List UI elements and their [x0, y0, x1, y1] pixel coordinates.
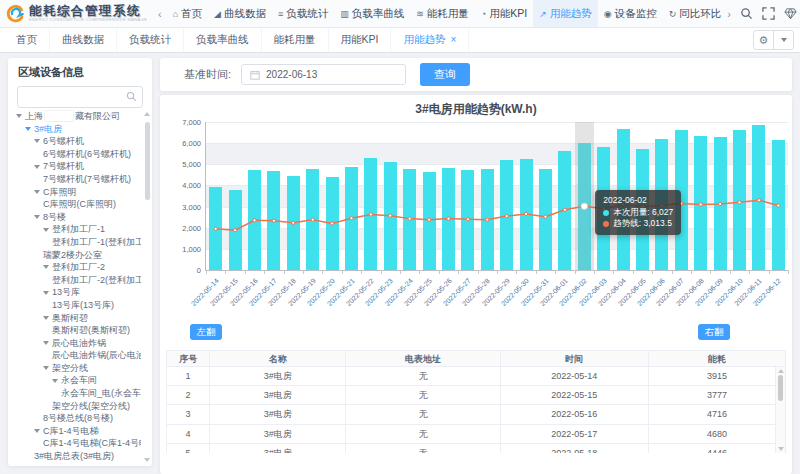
nav-item-trend[interactable]: ↗用能趋势	[533, 0, 598, 27]
line-point	[719, 202, 722, 205]
tree-node[interactable]: 永会车间	[12, 374, 141, 387]
nav-item-label: 能耗用量	[427, 7, 469, 21]
chevron-down-icon[interactable]	[773, 31, 793, 49]
query-button[interactable]: 查询	[420, 63, 470, 86]
base-date-input[interactable]: 2022-06-13	[241, 64, 406, 85]
tree-node[interactable]: 登利加工厂-1	[12, 223, 141, 236]
nav-item-kpi[interactable]: ◔用能KPI	[475, 0, 533, 27]
settings-gear-icon[interactable]: ⚙	[754, 31, 773, 49]
tree-node[interactable]: 奥斯柯碧(奥斯柯碧)	[12, 324, 141, 337]
tree-node[interactable]: 8号楼	[12, 211, 141, 224]
tree-node[interactable]: 7号螺杆机(7号螺杆机)	[12, 173, 141, 186]
scroll-up-icon[interactable]	[778, 369, 784, 373]
scroll-down-icon[interactable]	[144, 458, 150, 462]
tree-node[interactable]: 13号库	[12, 286, 141, 299]
tree-expand-icon[interactable]	[43, 341, 49, 345]
tree-expand-icon[interactable]	[43, 265, 49, 269]
tree-node[interactable]: 13号库(13号库)	[12, 299, 141, 312]
tree-expand-icon[interactable]	[34, 190, 40, 194]
tab-5[interactable]: 能耗用量	[262, 27, 329, 52]
axis-tick	[691, 270, 692, 274]
tree-expand-icon[interactable]	[43, 228, 49, 232]
theme-gem-icon[interactable]	[784, 7, 797, 20]
nav-item-compare[interactable]: ↻同比环比	[663, 0, 728, 27]
tab-6[interactable]: 用能KPI	[329, 27, 392, 52]
tree-node[interactable]: 3#电房总表(3#电房)	[12, 450, 141, 463]
scroll-thumb[interactable]	[145, 122, 150, 200]
tree-expand-icon[interactable]	[34, 215, 40, 219]
search-icon[interactable]	[740, 7, 753, 20]
tab-label: 用能趋势	[403, 33, 445, 47]
nav-collapse-icon[interactable]: ‹	[153, 8, 167, 20]
page-right-button[interactable]: 右翻	[698, 324, 730, 340]
tab-2[interactable]: 曲线数据	[50, 27, 117, 52]
nav-item-curve[interactable]: ◢曲线数据	[208, 0, 272, 27]
tab-1[interactable]: 首页	[4, 27, 50, 52]
page-left-button[interactable]: 左翻	[190, 324, 222, 340]
axis-tick	[322, 270, 323, 274]
nav-item-label: 用能KPI	[489, 7, 527, 21]
tree-node-label: 7号螺杆机	[43, 160, 84, 173]
tree-expand-icon[interactable]	[34, 429, 40, 433]
y-axis-label: 0	[161, 266, 201, 275]
tree-node[interactable]: 辰心电油炸锅(辰心电油炸锅)	[12, 349, 141, 362]
tree-expand-icon[interactable]	[34, 139, 40, 143]
x-axis-label: 2022-05-22	[333, 277, 375, 319]
tree-expand-icon[interactable]	[25, 127, 31, 131]
bar-icon: ▥	[340, 9, 349, 19]
axis-tick	[730, 270, 731, 274]
column-header: 名称	[210, 351, 346, 366]
table-row: 13#电房无2022-05-143915	[167, 367, 785, 386]
tab-close-icon[interactable]: ×	[450, 34, 456, 45]
tree-expand-icon[interactable]	[34, 165, 40, 169]
table-scrollbar[interactable]	[775, 367, 785, 453]
nav-item-label: 曲线数据	[224, 7, 266, 21]
tree-node[interactable]: 奥斯柯碧	[12, 312, 141, 325]
axis-tick	[400, 270, 401, 274]
tab-7[interactable]: 用能趋势×	[391, 27, 469, 52]
table-cell: 3#电房	[210, 425, 346, 443]
axis-tick	[264, 270, 265, 274]
tree-node[interactable]: 6号螺杆机	[12, 135, 141, 148]
tree-node[interactable]: 登利加工厂-2(登利加工厂-2)	[12, 274, 141, 287]
tree-expand-icon[interactable]	[43, 291, 49, 295]
line-point	[253, 219, 256, 222]
tab-3[interactable]: 负载统计	[117, 27, 184, 52]
tab-4[interactable]: 负载率曲线	[184, 27, 262, 52]
device-search-input[interactable]	[17, 86, 143, 108]
nav-item-monitor[interactable]: ◉设备监控	[598, 0, 663, 27]
tree-node[interactable]: 瑞蒙2楼办公室	[12, 249, 141, 262]
tree-node[interactable]: C库照明(C库照明)	[12, 198, 141, 211]
scroll-up-icon[interactable]	[144, 112, 150, 116]
tree-node[interactable]: C库1-4号电梯	[12, 425, 141, 438]
nav-more-icon[interactable]: ›	[727, 8, 731, 20]
tree-expand-icon[interactable]	[52, 379, 58, 383]
x-axis-label: 2022-06-05	[605, 277, 647, 319]
scroll-down-icon[interactable]	[778, 447, 784, 451]
tree-expand-icon[interactable]	[16, 114, 22, 118]
tree-node[interactable]: C库1-4号电梯(C库1-4号电梯)	[12, 437, 141, 450]
tree-node[interactable]: 3#电房	[12, 123, 141, 136]
sidebar-scrollbar[interactable]	[143, 110, 151, 464]
nav-item-home[interactable]: ⌂首页	[167, 0, 208, 27]
fullscreen-icon[interactable]	[762, 7, 775, 20]
tree-node[interactable]: 架空分线(架空分线)	[12, 400, 141, 413]
tree-node[interactable]: 8号楼总线(8号楼)	[12, 412, 141, 425]
nav-item-bar[interactable]: ▥负载率曲线	[334, 0, 410, 27]
nav-item-energy[interactable]: ≋能耗用量	[410, 0, 475, 27]
tree-expand-icon[interactable]	[43, 316, 49, 320]
tree-node[interactable]: 辰心电油炸锅	[12, 337, 141, 350]
tree-node[interactable]: 架空分线	[12, 362, 141, 375]
tree-node[interactable]: 登利加工厂-1(登利加工厂-1)	[12, 236, 141, 249]
tree-node[interactable]: 永会车间_电(永会车间)	[12, 387, 141, 400]
nav-item-label: 设备监控	[615, 7, 657, 21]
tree-node[interactable]: 7号螺杆机	[12, 160, 141, 173]
tree-node[interactable]: 6号螺杆机(6号螺杆机)	[12, 148, 141, 161]
scroll-thumb[interactable]	[778, 375, 783, 401]
tree-expand-icon[interactable]	[43, 366, 49, 370]
tree-node[interactable]: C库照明	[12, 186, 141, 199]
nav-item-list[interactable]: ≡负载统计	[272, 0, 334, 27]
tree-node[interactable]: 登利加工厂-2	[12, 261, 141, 274]
x-axis-label: 2022-06-12	[741, 277, 783, 319]
tree-node[interactable]: 上海藏有限公司	[12, 110, 141, 123]
